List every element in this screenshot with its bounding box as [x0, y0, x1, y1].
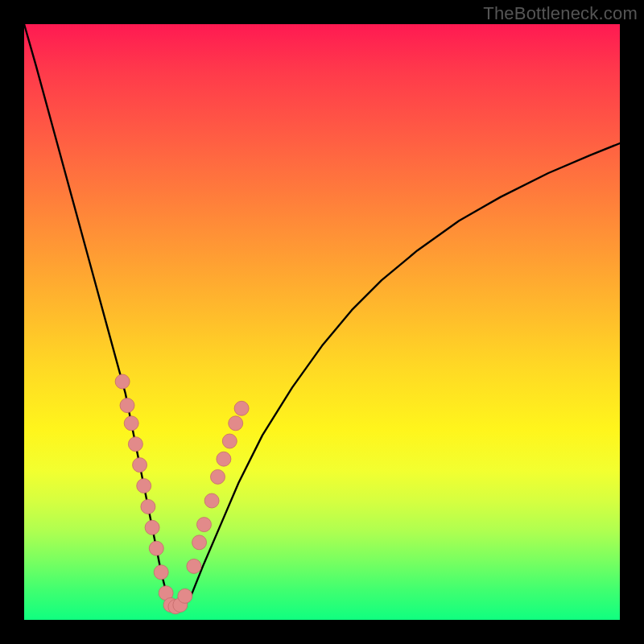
chart-svg [24, 24, 620, 620]
marker-dot [234, 401, 249, 415]
chart-frame: TheBottleneck.com [0, 0, 644, 644]
marker-dot [115, 374, 130, 389]
watermark-text: TheBottleneck.com [483, 3, 638, 24]
marker-dot [178, 588, 192, 603]
marker-dot [128, 437, 142, 452]
plot-area [24, 24, 620, 620]
marker-dot [196, 518, 211, 532]
marker-dot [192, 535, 207, 550]
marker-dot [154, 565, 168, 580]
marker-dot [133, 458, 147, 473]
marker-dot [229, 416, 243, 431]
marker-dot [222, 434, 237, 448]
marker-group [115, 374, 249, 614]
marker-dot [137, 479, 151, 493]
marker-dot [187, 559, 201, 573]
marker-dot [149, 541, 163, 555]
marker-dot [141, 499, 155, 514]
marker-dot [120, 398, 134, 413]
marker-dot [124, 416, 138, 431]
marker-dot [217, 452, 231, 466]
marker-dot [204, 493, 219, 508]
marker-dot [211, 469, 225, 484]
marker-dot [145, 520, 159, 535]
bottleneck-curve [24, 24, 620, 608]
